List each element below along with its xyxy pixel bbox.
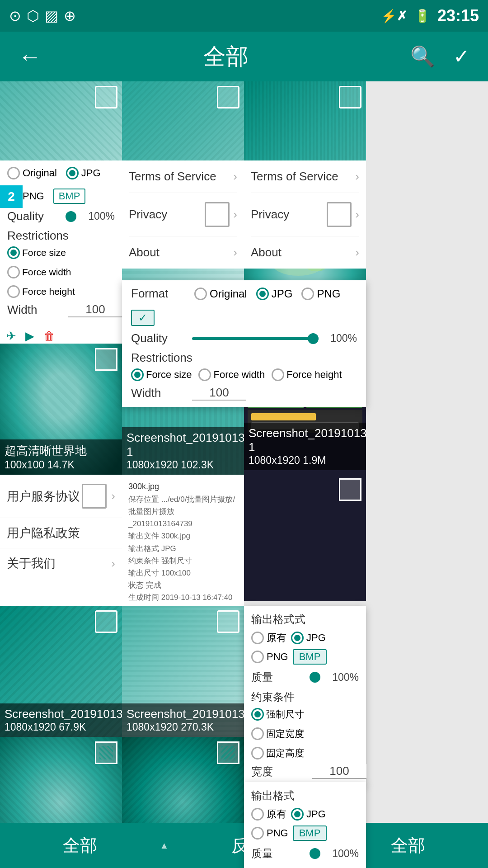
br-radio-force-size[interactable]: 强制尺寸 xyxy=(251,708,304,721)
radio-force-width-1[interactable]: Force width xyxy=(7,266,71,278)
tile-world-2-main: 超高清晰世界地 xyxy=(5,443,117,459)
tile-screenshot-main: Screenshot_20191013-1 xyxy=(249,426,361,454)
send-icon-1[interactable]: ✈ xyxy=(6,327,16,345)
confirm-icon[interactable]: ✓ xyxy=(453,45,470,68)
tile-10-checkbox[interactable] xyxy=(217,610,239,633)
center-about[interactable]: About › xyxy=(129,236,237,269)
bmp-button-1[interactable]: BMP xyxy=(53,189,86,204)
bot-quality-slider[interactable] xyxy=(312,852,320,855)
br-radio-original[interactable]: 原有 xyxy=(251,631,286,645)
br-width-row: 宽度 xyxy=(251,764,359,779)
status-right: ⚡✗ 🔋 23:15 xyxy=(381,6,479,25)
mid-bmp-btn[interactable]: ✓ xyxy=(131,310,155,326)
center-about-label: About xyxy=(129,245,160,259)
menu-privacy-label: 用户隐私政策 xyxy=(7,525,80,541)
menu-item-tos[interactable]: 用户服务协议 › xyxy=(0,475,122,518)
bot-radio-png[interactable]: PNG xyxy=(251,827,288,840)
mid-radio-original[interactable]: Original xyxy=(194,288,247,300)
right-privacy[interactable]: Privacy › xyxy=(251,193,359,236)
info-300k-restrictions: 约束条件 强制尺寸 xyxy=(128,555,238,567)
info-300k-original: 输出文件 300k.jpg xyxy=(128,530,238,542)
tile-9-checkbox[interactable] xyxy=(95,610,117,633)
signal-icon: ⚡✗ xyxy=(381,9,407,24)
br-bmp-btn[interactable]: BMP xyxy=(293,649,327,665)
delete-icon-1[interactable]: 🗑 xyxy=(43,327,55,345)
right-checkbox[interactable] xyxy=(327,202,352,227)
mid-quality-slider[interactable] xyxy=(192,337,319,340)
tile-3-checkbox[interactable] xyxy=(339,86,361,108)
radio-force-size-1[interactable]: Force size xyxy=(7,246,66,259)
right-privacy-arrow: › xyxy=(355,208,359,222)
mid-radio-png[interactable]: PNG xyxy=(301,288,340,300)
radio-original-1[interactable]: Original xyxy=(7,167,57,179)
br-format-panel: 输出格式式 原有 JPG PNG BMP 质量 100% 约束 xyxy=(244,606,366,785)
center-checkbox[interactable] xyxy=(205,202,230,227)
menu-item-privacy[interactable]: 用户隐私政策 xyxy=(0,518,122,548)
tile-1-checkbox[interactable] xyxy=(95,86,117,108)
br-quality-slider[interactable] xyxy=(312,676,320,679)
mid-radio-force-width[interactable]: Force width xyxy=(198,368,265,381)
menu-tos-checkbox[interactable] xyxy=(82,484,107,509)
br-quality-label: 质量 xyxy=(251,670,305,684)
icon-link: ⊕ xyxy=(64,7,76,24)
tile-13-checkbox[interactable] xyxy=(217,741,239,764)
tile-2-checkbox[interactable] xyxy=(217,86,239,108)
tile-screenshot-checkbox[interactable] xyxy=(339,478,361,501)
badge-number: 2 xyxy=(0,185,23,208)
br-radio-png[interactable]: PNG xyxy=(251,651,288,663)
format-row-1: Original JPG PNG BMP xyxy=(7,167,115,204)
radio-force-height-1[interactable]: Force height xyxy=(7,285,75,298)
right-about[interactable]: About › xyxy=(251,236,359,269)
mid-quality-row: Quality 100% xyxy=(131,331,357,345)
nav-all-left[interactable]: 全部 xyxy=(0,834,160,857)
quality-label-1: Quality xyxy=(7,209,61,223)
quality-slider-1[interactable] xyxy=(68,215,76,218)
menu-item-about[interactable]: 关于我们 › xyxy=(0,548,122,578)
mid-radio-jpg[interactable]: JPG xyxy=(256,288,293,300)
mid-width-input[interactable] xyxy=(192,386,246,401)
tile-5-sub: 488x868 102.3K xyxy=(127,459,239,471)
info-300k-title: 300k.jpg xyxy=(128,480,238,493)
grid-tile-world-2[interactable]: 超高清晰世界地 100x100 14.7K xyxy=(0,344,122,475)
radio-force-width-circle-1 xyxy=(7,266,20,278)
nav-arrow: ▲ xyxy=(160,840,169,851)
br-radio-force-height[interactable]: 固定高度 xyxy=(251,747,304,760)
page-title: 全部 xyxy=(203,42,249,72)
bot-format-label: 输出格式 xyxy=(251,788,359,803)
play-icon-1[interactable]: ▶ xyxy=(25,327,34,345)
radio-force-height-circle-1 xyxy=(7,285,20,298)
radio-jpg-1[interactable]: JPG xyxy=(66,167,101,179)
br-format-label: 输出格式式 xyxy=(251,612,359,627)
menu-about-label: 关于我们 xyxy=(7,555,56,571)
right-about-label: About xyxy=(251,245,282,259)
menu-about-arrow: › xyxy=(111,557,115,571)
bot-radio-jpg[interactable]: JPG xyxy=(291,808,326,821)
tile-world-2-checkbox[interactable] xyxy=(95,348,117,371)
br-radio-force-width[interactable]: 固定宽度 xyxy=(251,727,304,740)
search-icon[interactable]: 🔍 xyxy=(410,45,435,68)
center-privacy[interactable]: Privacy › xyxy=(129,193,237,236)
mid-radio-force-size[interactable]: Force size xyxy=(131,368,192,381)
br-width-input[interactable] xyxy=(312,764,366,779)
icon-android: ⬡ xyxy=(27,7,39,24)
mid-radio-force-height[interactable]: Force height xyxy=(272,368,342,381)
bot-bmp-btn[interactable]: BMP xyxy=(293,826,327,841)
info-300k-format: 输出格式 JPG xyxy=(128,542,238,555)
restrictions-radio-1: Force size Force width Force height xyxy=(7,246,115,298)
right-about-arrow: › xyxy=(355,245,359,259)
mid-restrictions-section: Restrictions Force size Force width Forc… xyxy=(131,351,357,381)
br-restrictions-title: 约束条件 xyxy=(251,690,359,704)
main-content: Screenshot_20191013-1 488x868 129.0K S… xyxy=(0,81,488,868)
grid-tile-10[interactable]: Screenshot_20191013- 488x868 270.3K xyxy=(122,606,244,737)
br-radio-jpg[interactable]: JPG xyxy=(291,632,326,644)
back-button[interactable]: ← xyxy=(18,43,42,70)
menu-tos-arrow: › xyxy=(111,489,115,503)
bot-radio-original[interactable]: 原有 xyxy=(251,807,286,821)
tile-12-checkbox[interactable] xyxy=(95,741,117,764)
center-about-arrow: › xyxy=(233,245,237,259)
width-input-1[interactable] xyxy=(68,302,122,317)
center-tos[interactable]: Terms of Service › xyxy=(129,160,237,193)
tile-10-main: Screenshot_20191013- xyxy=(127,707,239,721)
right-tos[interactable]: Terms of Service › xyxy=(251,160,359,193)
grid-tile-9[interactable]: Screenshot_20191013- 488x868 67.9K xyxy=(0,606,122,737)
